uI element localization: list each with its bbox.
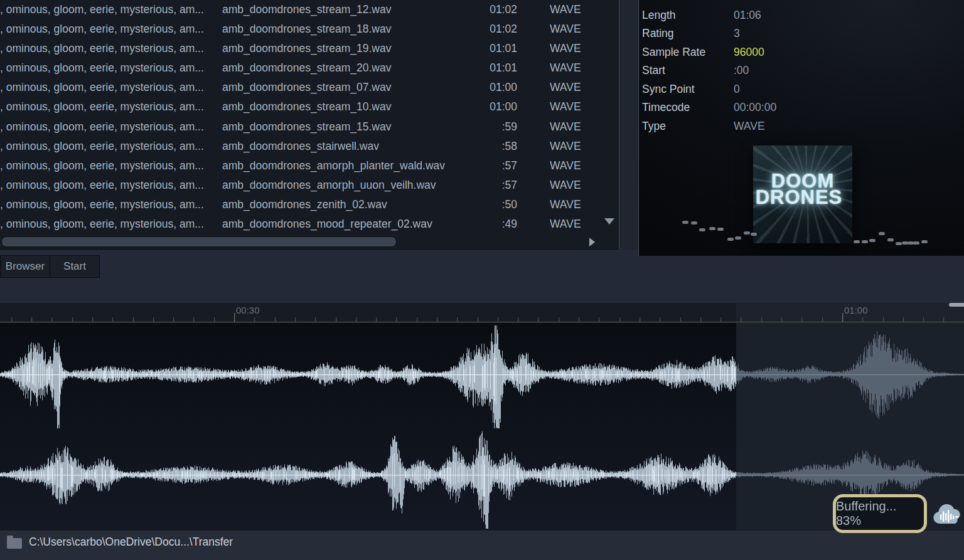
tab-browser[interactable]: Browser <box>0 255 50 278</box>
file-format: WAVE <box>550 214 594 234</box>
metadata-row: Start :00 <box>639 61 964 80</box>
metadata-label: Timecode <box>642 98 690 117</box>
metadata-value[interactable]: 00:00:00 <box>734 98 776 117</box>
file-list-row[interactable]: , ominous, gloom, eerie, mysterious, am.… <box>0 117 619 137</box>
file-list-row[interactable]: , ominous, gloom, eerie, mysterious, am.… <box>0 156 619 176</box>
metadata-row: Sync Point 0 <box>639 80 964 99</box>
file-duration: 01:00 <box>439 97 517 117</box>
level-dash <box>699 228 705 231</box>
file-duration: 01:01 <box>439 58 517 78</box>
file-duration: 01:01 <box>439 39 517 58</box>
file-duration: :59 <box>439 117 517 137</box>
file-description: , ominous, gloom, eerie, mysterious, am.… <box>0 214 213 234</box>
level-dash <box>879 232 885 235</box>
level-dash <box>751 233 757 236</box>
file-duration: :57 <box>439 176 517 195</box>
level-dash <box>709 227 715 230</box>
file-format: WAVE <box>550 39 594 58</box>
level-dash <box>913 241 919 245</box>
file-description: , ominous, gloom, eerie, mysterious, am.… <box>0 78 213 97</box>
file-description: , ominous, gloom, eerie, mysterious, am.… <box>0 117 213 137</box>
file-duration: 01:00 <box>439 78 517 97</box>
level-dash <box>869 239 876 242</box>
level-dash <box>744 231 750 235</box>
current-path: C:\Users\carbo\OneDrive\Docu...\Transfer <box>29 536 233 549</box>
file-format: WAVE <box>550 78 594 97</box>
level-dash <box>921 240 928 243</box>
file-format: WAVE <box>550 117 594 137</box>
file-description: , ominous, gloom, eerie, mysterious, am.… <box>0 97 213 117</box>
file-description: , ominous, gloom, eerie, mysterious, am.… <box>0 137 213 156</box>
file-list-row[interactable]: , ominous, gloom, eerie, mysterious, am.… <box>0 176 619 195</box>
level-dash <box>682 221 688 224</box>
cloud-audio-icon <box>931 500 963 529</box>
transport-toolbar: BrowserStart <box>0 250 964 303</box>
album-art: DOOM DRONES <box>753 145 852 243</box>
file-description: , ominous, gloom, eerie, mysterious, am.… <box>0 19 213 39</box>
scroll-right-arrow[interactable] <box>589 238 595 246</box>
metadata-label: Length <box>642 6 676 25</box>
file-list-row[interactable]: , ominous, gloom, eerie, mysterious, am.… <box>0 78 619 97</box>
left-tab-bar: BrowserStart <box>0 255 100 278</box>
metadata-row: Type WAVE <box>639 117 964 136</box>
buffering-text: Buffering... 83% <box>836 499 924 528</box>
metadata-value[interactable]: 01:06 <box>734 6 761 25</box>
level-dash <box>854 240 860 243</box>
metadata-value[interactable]: WAVE <box>734 117 765 136</box>
file-list-row[interactable]: , ominous, gloom, eerie, mysterious, am.… <box>0 58 619 78</box>
file-description: , ominous, gloom, eerie, mysterious, am.… <box>0 176 213 195</box>
waveform-scrollbar-thumb[interactable] <box>949 303 964 307</box>
file-list-row[interactable]: , ominous, gloom, eerie, mysterious, am.… <box>0 0 619 19</box>
file-description: , ominous, gloom, eerie, mysterious, am.… <box>0 156 213 176</box>
metadata-label: Start <box>642 61 665 80</box>
level-dash <box>887 238 894 241</box>
level-dash <box>735 236 741 240</box>
file-format: WAVE <box>550 195 594 214</box>
file-format: WAVE <box>550 97 594 117</box>
level-dash <box>717 228 724 231</box>
file-description: , ominous, gloom, eerie, mysterious, am.… <box>0 0 213 19</box>
metadata-label: Sample Rate <box>642 43 705 62</box>
file-format: WAVE <box>550 156 594 176</box>
file-format: WAVE <box>550 137 594 156</box>
metadata-row: Sample Rate 96000 <box>639 43 964 62</box>
metadata-value[interactable]: 96000 <box>734 43 764 62</box>
file-list-row[interactable]: , ominous, gloom, eerie, mysterious, am.… <box>0 195 619 214</box>
metadata-label: Type <box>642 117 666 136</box>
file-list-row[interactable]: , ominous, gloom, eerie, mysterious, am.… <box>0 214 619 234</box>
metadata-value[interactable]: 3 <box>734 24 740 43</box>
metadata-row: Rating 3 <box>639 24 964 43</box>
waveform-display[interactable] <box>0 323 964 530</box>
metadata-rows: Index Length 01:06 Rating 3 Sample Rate … <box>639 0 964 135</box>
file-format: WAVE <box>550 19 594 39</box>
file-format: WAVE <box>550 176 594 195</box>
metadata-row: Index <box>639 0 964 6</box>
horizontal-scrollbar-thumb[interactable] <box>1 236 397 247</box>
file-list-row[interactable]: , ominous, gloom, eerie, mysterious, am.… <box>0 39 619 58</box>
file-duration: 01:02 <box>439 0 517 19</box>
audio-browser-app: BrowserStart <box>0 0 964 560</box>
level-dash <box>727 238 734 241</box>
metadata-value[interactable]: 0 <box>734 80 740 99</box>
timeline-label: 01:00 <box>844 305 868 315</box>
scroll-down-arrow[interactable] <box>604 218 614 225</box>
file-list-row[interactable]: , ominous, gloom, eerie, mysterious, am.… <box>0 137 619 156</box>
file-list-panel: , ominous, gloom, eerie, mysterious, am.… <box>0 0 619 250</box>
metadata-panel: Index Length 01:06 Rating 3 Sample Rate … <box>638 0 964 256</box>
file-duration: :49 <box>439 214 517 234</box>
level-dash <box>862 240 868 243</box>
file-format: WAVE <box>550 0 594 19</box>
album-art-title: DOOM DRONES <box>753 173 852 206</box>
file-duration: :50 <box>439 195 517 214</box>
metadata-row: Timecode 00:00:00 <box>639 98 964 117</box>
folder-icon[interactable] <box>7 538 22 549</box>
tab-start[interactable]: Start <box>50 255 100 278</box>
metadata-value[interactable]: :00 <box>734 61 749 80</box>
file-description: , ominous, gloom, eerie, mysterious, am.… <box>0 195 213 214</box>
metadata-row: Length 01:06 <box>639 6 964 25</box>
file-list-row[interactable]: , ominous, gloom, eerie, mysterious, am.… <box>0 97 619 117</box>
timeline-ruler[interactable]: 00:3001:00 <box>0 303 964 323</box>
metadata-label: Rating <box>642 24 674 43</box>
file-list-row[interactable]: , ominous, gloom, eerie, mysterious, am.… <box>0 19 619 39</box>
metadata-label: Index <box>642 0 669 6</box>
